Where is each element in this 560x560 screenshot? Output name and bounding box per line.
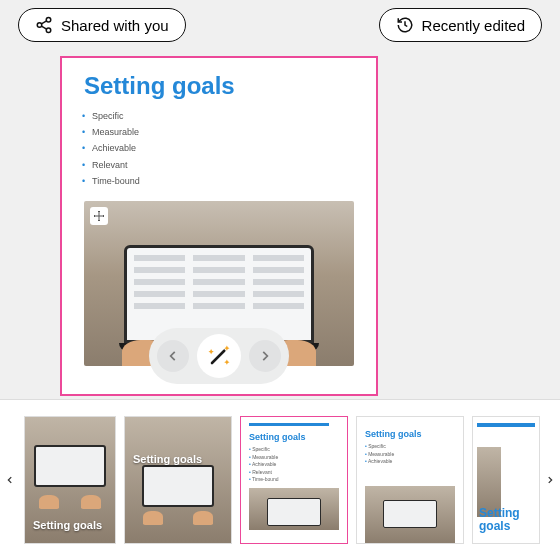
thumb-title: Setting goals <box>33 519 107 531</box>
shared-label: Shared with you <box>61 17 169 34</box>
clock-history-icon <box>396 16 414 34</box>
bullet-item: Specific <box>92 108 354 124</box>
thumb-title: Setting goals <box>479 507 539 533</box>
magic-wand-icon <box>205 342 233 370</box>
thumb-title: Setting goals <box>365 429 455 439</box>
chevron-left-icon <box>5 473 15 487</box>
chevron-right-icon <box>545 473 555 487</box>
chevron-left-icon <box>166 349 180 363</box>
thumb-title: Setting goals <box>133 453 223 465</box>
template-thumb[interactable]: Setting goals SpecificMeasurableAchievab… <box>356 416 464 544</box>
template-thumb[interactable]: Setting goals <box>124 416 232 544</box>
slide-title: Setting goals <box>62 58 376 108</box>
next-button[interactable] <box>249 340 281 372</box>
bullet-item: Measurable <box>92 124 354 140</box>
template-thumb[interactable]: Setting goals <box>24 416 116 544</box>
bullet-item: Time-bound <box>92 173 354 189</box>
thumb-title: Setting goals <box>249 432 339 442</box>
magic-toolbar <box>149 328 289 384</box>
svg-point-1 <box>37 23 42 28</box>
recently-edited-chip[interactable]: Recently edited <box>379 8 542 42</box>
template-thumb-active[interactable]: Setting goals SpecificMeasurableAchievab… <box>240 416 348 544</box>
chevron-right-icon <box>258 349 272 363</box>
svg-point-2 <box>46 28 51 33</box>
bullet-item: Achievable <box>92 140 354 156</box>
prev-button[interactable] <box>157 340 189 372</box>
slide-canvas[interactable]: Setting goals Specific Measurable Achiev… <box>60 56 378 396</box>
bullet-item: Relevant <box>92 157 354 173</box>
scroll-right-button[interactable] <box>540 473 560 487</box>
template-strip: Setting goals Setting goals Setting goal… <box>0 399 560 560</box>
scroll-left-button[interactable] <box>0 473 20 487</box>
thumb-bullets: SpecificMeasurableAchievable <box>365 443 455 466</box>
move-handle-icon[interactable] <box>90 207 108 225</box>
shared-with-you-chip[interactable]: Shared with you <box>18 8 186 42</box>
slide-bullet-list: Specific Measurable Achievable Relevant … <box>62 108 376 189</box>
template-thumb[interactable]: Setting goals <box>472 416 540 544</box>
magic-wand-button[interactable] <box>197 334 241 378</box>
thumb-bullets: SpecificMeasurableAchievableRelevantTime… <box>249 446 339 484</box>
recent-label: Recently edited <box>422 17 525 34</box>
share-icon <box>35 16 53 34</box>
svg-point-0 <box>46 18 51 23</box>
